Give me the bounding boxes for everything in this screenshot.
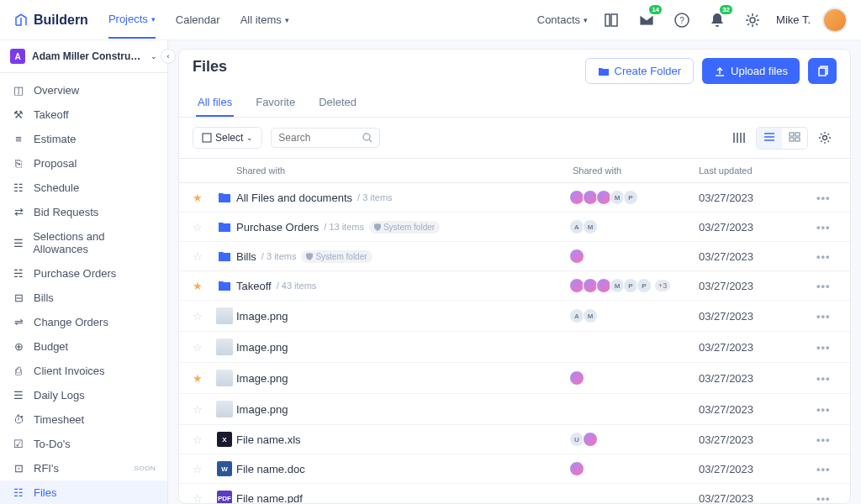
sidebar-item-bid-requests[interactable]: ⇄Bid Requests	[0, 200, 167, 224]
star-icon[interactable]: ☆	[193, 433, 213, 446]
avatar[interactable]	[822, 8, 848, 33]
sidebar-item-daily-logs[interactable]: ☰Daily Logs	[0, 383, 167, 407]
sidebar-item-overview[interactable]: ◫Overview	[0, 78, 167, 102]
nav-icon: ⎙	[12, 365, 25, 377]
nav-icon: ⊟	[12, 291, 25, 304]
star-icon[interactable]: ☆	[193, 221, 213, 234]
table-row[interactable]: ☆ Image.png AM 03/27/2023 •••	[179, 301, 850, 332]
search-box[interactable]	[271, 128, 380, 148]
svg-point-7	[363, 134, 370, 140]
sidebar: A Adam Miller Construction ⌄ ‹ ◫Overview…	[0, 40, 168, 504]
search-input[interactable]	[278, 132, 362, 144]
select-button[interactable]: Select ⌄	[193, 127, 262, 149]
collapse-sidebar-button[interactable]: ‹	[161, 49, 176, 64]
row-menu-icon[interactable]: •••	[816, 492, 837, 504]
table-row[interactable]: ★ Image.png 03/27/2023 •••	[179, 363, 850, 394]
chevron-down-icon: ⌄	[151, 52, 157, 60]
bell-icon[interactable]: 32	[705, 8, 729, 32]
sidebar-item-bills[interactable]: ⊟Bills	[0, 286, 167, 310]
star-icon[interactable]: ☆	[193, 403, 213, 416]
create-folder-button[interactable]: Create Folder	[585, 58, 694, 84]
grid-view-button[interactable]	[782, 128, 807, 149]
row-menu-icon[interactable]: •••	[816, 341, 837, 354]
table-row[interactable]: ☆ W File name.doc 03/27/2023 •••	[179, 454, 850, 484]
sidebar-item-purchase-orders[interactable]: ☵Purchase Orders	[0, 261, 167, 286]
row-menu-icon[interactable]: •••	[816, 310, 837, 323]
row-menu-icon[interactable]: •••	[816, 221, 837, 234]
table-row[interactable]: ☆ X File name.xls U 03/27/2023 •••	[179, 425, 850, 454]
upload-icon	[714, 66, 726, 77]
copy-button[interactable]	[808, 58, 837, 84]
star-icon[interactable]: ☆	[193, 463, 213, 475]
table-row[interactable]: ☆ Bills / 3 items System folder 03/27/20…	[179, 242, 850, 271]
last-updated: 03/27/2023	[699, 403, 816, 416]
row-menu-icon[interactable]: •••	[816, 192, 837, 204]
toolbar: Select ⌄	[179, 118, 850, 159]
upload-files-button[interactable]: Upload files	[702, 58, 800, 84]
svg-text:?: ?	[679, 16, 684, 25]
row-menu-icon[interactable]: •••	[816, 280, 837, 292]
row-menu-icon[interactable]: •••	[816, 250, 837, 263]
table-row[interactable]: ☆ Image.png 03/27/2023 •••	[179, 394, 850, 425]
sidebar-item-to-do-s[interactable]: ☑To-Do's	[0, 432, 167, 456]
star-icon[interactable]: ★	[193, 280, 213, 292]
sidebar-item-proposal[interactable]: ⎘Proposal	[0, 151, 167, 176]
tab-deleted[interactable]: Deleted	[317, 89, 358, 117]
sidebar-item-timesheet[interactable]: ⏱Timesheet	[0, 407, 167, 432]
nav-icon: ⊡	[12, 462, 25, 475]
nav-contacts[interactable]: Contacts▾	[537, 2, 588, 38]
sidebar-item-selections-and-allowances[interactable]: ☰Selections and Allowances	[0, 224, 167, 261]
star-icon[interactable]: ★	[193, 372, 213, 385]
table-row[interactable]: ☆ Image.png 03/27/2023 •••	[179, 332, 850, 363]
settings-icon[interactable]	[741, 8, 764, 32]
file-type-icon	[213, 192, 236, 203]
star-icon[interactable]: ☆	[193, 492, 213, 504]
project-selector[interactable]: A Adam Miller Construction ⌄ ‹	[0, 40, 167, 73]
tab-all-files[interactable]: All files	[196, 89, 234, 117]
table-row[interactable]: ☆ PDF File name.pdf 03/27/2023 •••	[179, 484, 850, 503]
sidebar-item-takeoff[interactable]: ⚒Takeoff	[0, 102, 167, 127]
tab-favorite[interactable]: Favorite	[254, 89, 297, 117]
chevron-left-icon: ‹	[167, 52, 170, 60]
row-menu-icon[interactable]: •••	[816, 403, 837, 416]
row-menu-icon[interactable]: •••	[816, 463, 837, 475]
sidebar-item-budget[interactable]: ⊕Budget	[0, 334, 167, 359]
chevron-down-icon: ▾	[584, 16, 588, 24]
sidebar-item-estimate[interactable]: ≡Estimate	[0, 127, 167, 151]
table-row[interactable]: ★ Takeoff / 43 items MPP+3 03/27/2023 ••…	[179, 271, 850, 301]
nav-calendar[interactable]: Calendar	[176, 2, 220, 38]
logo[interactable]: Buildern	[13, 13, 88, 28]
nav-projects[interactable]: Projects▾	[108, 1, 156, 39]
project-name: Adam Miller Construction	[32, 50, 144, 62]
file-name: File name.doc	[236, 463, 573, 475]
shared-with	[573, 249, 699, 264]
user-name[interactable]: Mike T.	[776, 13, 811, 26]
nav-icon: ☷	[12, 181, 25, 194]
file-type-icon	[213, 370, 236, 386]
last-updated: 03/27/2023	[699, 492, 816, 504]
star-icon[interactable]: ☆	[193, 250, 213, 263]
sidebar-item-files[interactable]: ☷Files	[0, 480, 167, 504]
sidebar-item-change-orders[interactable]: ⇌Change Orders	[0, 310, 167, 334]
row-menu-icon[interactable]: •••	[816, 433, 837, 446]
star-icon[interactable]: ☆	[193, 341, 213, 354]
sidebar-item-rfi-s[interactable]: ⊡RFI'sSOON	[0, 456, 167, 480]
help-icon[interactable]: ?	[670, 8, 694, 32]
shared-avatar	[583, 432, 598, 447]
table-row[interactable]: ★ All Files and documents / 3 items MP 0…	[179, 183, 850, 213]
sidebar-item-schedule[interactable]: ☷Schedule	[0, 176, 167, 200]
row-menu-icon[interactable]: •••	[816, 372, 837, 385]
gear-icon[interactable]	[813, 126, 837, 150]
last-updated: 03/27/2023	[699, 433, 816, 446]
last-updated: 03/27/2023	[699, 221, 816, 234]
nav-all-items[interactable]: All items▾	[240, 2, 289, 38]
star-icon[interactable]: ★	[193, 192, 213, 204]
list-view-button[interactable]	[757, 128, 782, 149]
layout-icon[interactable]	[600, 8, 623, 32]
pdf-icon: PDF	[217, 491, 232, 503]
columns-icon[interactable]	[727, 126, 751, 150]
table-row[interactable]: ☆ Purchase Orders / 13 items System fold…	[179, 213, 850, 242]
star-icon[interactable]: ☆	[193, 310, 213, 323]
mail-icon[interactable]: 14	[635, 8, 658, 32]
sidebar-item-client-invoices[interactable]: ⎙Client Invoices	[0, 359, 167, 383]
